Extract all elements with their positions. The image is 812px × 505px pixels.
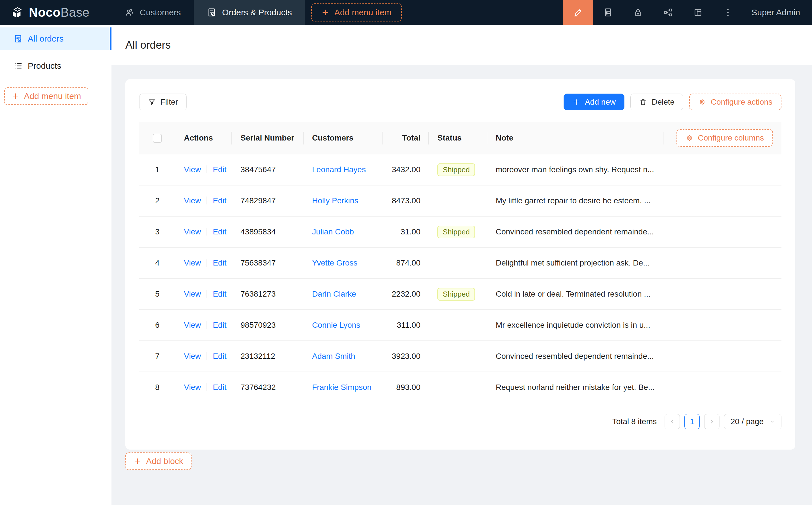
total-cell: 874.00 <box>383 247 429 279</box>
chevron-down-icon <box>769 419 775 425</box>
select-all-checkbox[interactable] <box>153 134 162 143</box>
view-link[interactable]: View <box>184 227 201 236</box>
topbar-menu: Customers Orders & Products Add menu ite… <box>112 0 402 25</box>
page-title: All orders <box>125 39 171 51</box>
pagination-next-button[interactable] <box>704 414 719 429</box>
layout-icon <box>693 8 703 17</box>
column-header-total: Total <box>383 122 429 154</box>
delete-button[interactable]: Delete <box>630 94 683 110</box>
total-cell: 311.00 <box>383 310 429 341</box>
edit-link[interactable]: Edit <box>213 165 226 174</box>
edit-link[interactable]: Edit <box>213 227 226 236</box>
customer-link[interactable]: Darin Clarke <box>312 290 356 298</box>
workflow-icon <box>663 8 673 17</box>
lock-icon <box>633 8 643 17</box>
more-button[interactable] <box>713 0 743 25</box>
table-row: 1 ViewEdit 38475647 Leonard Hayes 3432.0… <box>139 154 782 185</box>
sidebar-item-all-orders[interactable]: All orders <box>0 27 112 50</box>
total-cell: 3432.00 <box>383 154 429 185</box>
filter-icon <box>148 98 156 106</box>
ui-editor-button[interactable] <box>563 0 593 25</box>
customer-link[interactable]: Leonard Hayes <box>312 165 366 174</box>
orders-table-body: 1 ViewEdit 38475647 Leonard Hayes 3432.0… <box>139 154 782 403</box>
tab-orders-products[interactable]: Orders & Products <box>194 0 305 25</box>
column-header-note: Note <box>487 122 663 154</box>
customer-link[interactable]: Adam Smith <box>312 352 355 360</box>
view-link[interactable]: View <box>184 290 201 298</box>
table-header-row: Actions Serial Number Customers Total St… <box>139 122 782 154</box>
view-link[interactable]: View <box>184 259 201 267</box>
edit-link[interactable]: Edit <box>213 259 226 267</box>
sidebar: All orders Products Add menu item <box>0 25 112 505</box>
plugin-settings-button[interactable] <box>683 0 713 25</box>
status-badge: Shipped <box>437 163 475 176</box>
topbar-add-menu-item-button[interactable]: Add menu item <box>311 3 402 21</box>
serial-number-cell: 74829847 <box>232 185 303 216</box>
column-header-status: Status <box>429 122 487 154</box>
view-link[interactable]: View <box>184 196 201 205</box>
note-cell: Cold in late or deal. Terminated resolut… <box>487 279 663 310</box>
edit-link[interactable]: Edit <box>213 321 226 329</box>
more-icon <box>723 8 733 17</box>
edit-link[interactable]: Edit <box>213 383 226 392</box>
nocobase-logo[interactable]: NocoBase <box>0 5 112 19</box>
note-cell: My little garret repair to desire he est… <box>487 185 663 216</box>
trash-icon <box>639 98 647 106</box>
action-divider <box>207 290 207 298</box>
total-cell: 8473.00 <box>383 185 429 216</box>
logo-text-noco: Noco <box>29 5 60 19</box>
view-link[interactable]: View <box>184 352 201 360</box>
database-icon <box>603 8 613 17</box>
table-row: 8 ViewEdit 73764232 Frankie Simpson 893.… <box>139 372 782 403</box>
customer-link[interactable]: Julian Cobb <box>312 227 354 236</box>
file-done-icon <box>207 8 217 17</box>
workflow-button[interactable] <box>653 0 683 25</box>
row-index: 7 <box>155 352 160 360</box>
plus-icon <box>12 92 19 100</box>
view-link[interactable]: View <box>184 165 201 174</box>
customer-link[interactable]: Yvette Gross <box>312 259 357 267</box>
serial-number-cell: 38475647 <box>232 154 303 185</box>
configure-columns-button[interactable]: Configure columns <box>676 129 773 147</box>
table-row: 3 ViewEdit 43895834 Julian Cobb 31.00 Sh… <box>139 216 782 247</box>
view-link[interactable]: View <box>184 321 201 329</box>
add-block-button[interactable]: Add block <box>125 453 191 470</box>
row-index: 4 <box>155 259 160 267</box>
configure-actions-button[interactable]: Configure actions <box>689 94 782 110</box>
nocobase-logo-icon <box>11 6 24 18</box>
user-menu[interactable]: Super Admin <box>743 8 812 17</box>
collections-button[interactable] <box>593 0 623 25</box>
edit-link[interactable]: Edit <box>213 196 226 205</box>
pagination-prev-button[interactable] <box>665 414 680 429</box>
edit-link[interactable]: Edit <box>213 290 226 298</box>
orders-table-block: Filter Add new <box>125 79 795 450</box>
table-toolbar: Filter Add new <box>139 94 782 110</box>
serial-number-cell: 98570923 <box>232 310 303 341</box>
file-done-icon <box>14 34 23 43</box>
note-cell: Convinced resembled dependent remainde..… <box>487 216 663 247</box>
tab-customers[interactable]: Customers <box>112 0 194 25</box>
add-new-button[interactable]: Add new <box>564 94 625 110</box>
filter-button[interactable]: Filter <box>139 94 187 110</box>
table-row: 5 ViewEdit 76381273 Darin Clarke 2232.00… <box>139 279 782 310</box>
plus-icon <box>134 457 141 465</box>
customer-link[interactable]: Holly Perkins <box>312 196 358 205</box>
table-row: 4 ViewEdit 75638347 Yvette Gross 874.00 … <box>139 247 782 279</box>
action-divider <box>207 259 207 267</box>
chevron-left-icon <box>669 418 675 425</box>
customer-link[interactable]: Connie Lyons <box>312 321 360 329</box>
serial-number-cell: 73764232 <box>232 372 303 403</box>
highlighter-icon <box>573 8 583 17</box>
page-size-select[interactable]: 20 / page <box>724 414 782 429</box>
page-header: All orders <box>112 25 812 65</box>
auth-button[interactable] <box>623 0 653 25</box>
sidebar-item-products[interactable]: Products <box>0 54 112 77</box>
view-link[interactable]: View <box>184 383 201 392</box>
column-header-customers: Customers <box>303 122 383 154</box>
customer-link[interactable]: Frankie Simpson <box>312 383 372 392</box>
pagination-page-1[interactable]: 1 <box>684 414 700 429</box>
edit-link[interactable]: Edit <box>213 352 226 360</box>
row-index: 5 <box>155 290 160 298</box>
action-divider <box>207 352 207 360</box>
sidebar-add-menu-item-button[interactable]: Add menu item <box>4 88 88 105</box>
